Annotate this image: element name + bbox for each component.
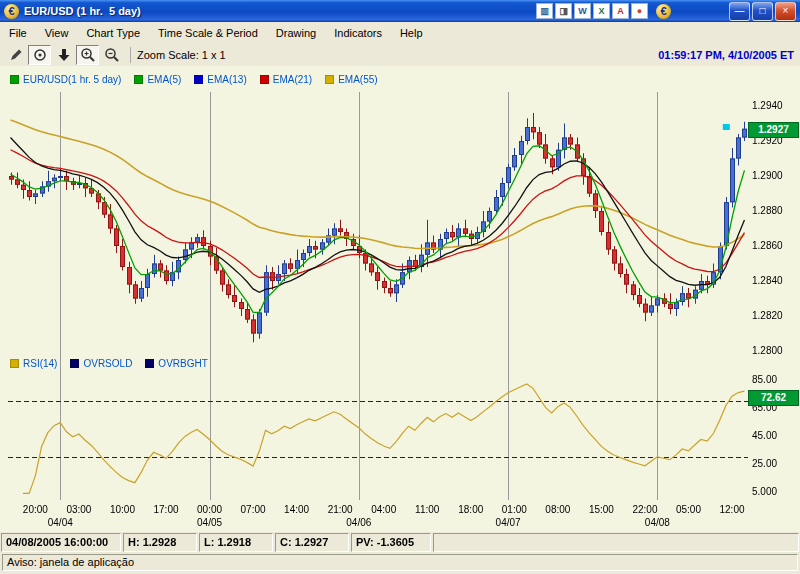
draw-tool-button[interactable] [4,45,27,65]
window-controls: — □ × [729,2,796,21]
status-low: L: 1.2918 [199,533,273,552]
pointer-tool-button[interactable] [52,45,75,65]
status-filler [433,533,799,552]
legend-label: EMA(21) [273,74,312,85]
ema13-swatch [194,75,203,84]
price-legend: EUR/USD(1 hr. 5 day) EMA(5) EMA(13) EMA(… [10,74,378,85]
status-close: C: 1.2927 [275,533,349,552]
legend-label: RSI(14) [23,358,57,369]
menu-item-chart-type[interactable]: Chart Type [77,24,149,42]
zoom-in-tool-button[interactable] [76,45,99,65]
price-chart-canvas[interactable] [0,66,800,532]
legend-item-ema55: EMA(55) [325,74,377,85]
arrow-down-icon [56,47,72,63]
select-tool-button[interactable] [28,45,51,65]
window-app-icon[interactable]: ◨ [555,3,572,19]
ema21-swatch [260,75,269,84]
app-euro-icon: € [4,4,19,19]
titlebar-tray: ▥ ◨ W X A ● [536,3,648,19]
tray-euro-icon[interactable]: € [656,4,671,19]
legend-label: EMA(13) [207,74,246,85]
toolbar-separator [130,47,131,63]
menu-item-file[interactable]: File [0,24,36,42]
menu-bar: File View Chart Type Time Scale & Period… [0,22,800,44]
excel-icon[interactable]: X [593,3,610,19]
media-icon[interactable]: ● [631,3,648,19]
legend-item-overbought: OVRBGHT [145,358,207,369]
clock-label: 01:59:17 PM, 4/10/2005 ET [658,49,794,61]
legend-label: EMA(55) [338,74,377,85]
circle-select-icon [32,47,48,63]
menu-item-help[interactable]: Help [391,24,432,42]
legend-item-oversold: OVRSOLD [70,358,132,369]
menu-item-time-scale-period[interactable]: Time Scale & Period [149,24,267,42]
ema5-swatch [134,75,143,84]
window-title: EUR/USD (1 hr. 5 day) [24,5,141,17]
maximize-button[interactable]: □ [752,2,773,21]
chart-panel: EUR/USD(1 hr. 5 day) EMA(5) EMA(13) EMA(… [0,66,800,532]
zoom-in-icon [80,47,96,63]
legend-label: EUR/USD(1 hr. 5 day) [23,74,121,85]
symbol-swatch [10,75,19,84]
ema55-swatch [325,75,334,84]
toolbar: Zoom Scale: 1 x 1 01:59:17 PM, 4/10/2005… [0,43,800,67]
overbought-swatch [145,359,154,368]
close-button[interactable]: × [775,2,796,21]
legend-label: OVRBGHT [158,358,207,369]
oversold-swatch [70,359,79,368]
adobe-icon[interactable]: A [612,3,629,19]
rsi-value-badge: 72.62 [748,390,799,406]
legend-item-symbol: EUR/USD(1 hr. 5 day) [10,74,121,85]
legend-label: EMA(5) [147,74,181,85]
menu-item-drawing[interactable]: Drawing [267,24,325,42]
zoom-out-icon [104,47,120,63]
legend-item-ema13: EMA(13) [194,74,246,85]
rsi-swatch [10,359,19,368]
status-message: Aviso: janela de aplicação [2,554,798,571]
menu-item-indicators[interactable]: Indicators [325,24,391,42]
title-bar[interactable]: € EUR/USD (1 hr. 5 day) ▥ ◨ W X A ● € — … [0,0,800,22]
legend-item-rsi: RSI(14) [10,358,57,369]
ohlc-status-bar: 04/08/2005 16:00:00 H: 1.2928 L: 1.2918 … [0,532,800,553]
menu-item-view[interactable]: View [36,24,78,42]
application-window: € EUR/USD (1 hr. 5 day) ▥ ◨ W X A ● € — … [0,0,800,574]
last-price-badge: 1.2927 [748,122,799,138]
status-datetime: 04/08/2005 16:00:00 [1,533,121,552]
pencil-icon [8,47,24,63]
word-icon[interactable]: W [574,3,591,19]
app-status-bar: Aviso: janela de aplicação [0,553,800,574]
zoom-scale-label: Zoom Scale: 1 x 1 [137,49,226,61]
status-pv: PV: -1.3605 [351,533,431,552]
chart-app-icon[interactable]: ▥ [536,3,553,19]
legend-item-ema5: EMA(5) [134,74,181,85]
minimize-button[interactable]: — [729,2,750,21]
legend-item-ema21: EMA(21) [260,74,312,85]
rsi-legend: RSI(14) OVRSOLD OVRBGHT [10,358,208,369]
zoom-out-tool-button[interactable] [100,45,123,65]
status-high: H: 1.2928 [123,533,197,552]
legend-label: OVRSOLD [83,358,132,369]
